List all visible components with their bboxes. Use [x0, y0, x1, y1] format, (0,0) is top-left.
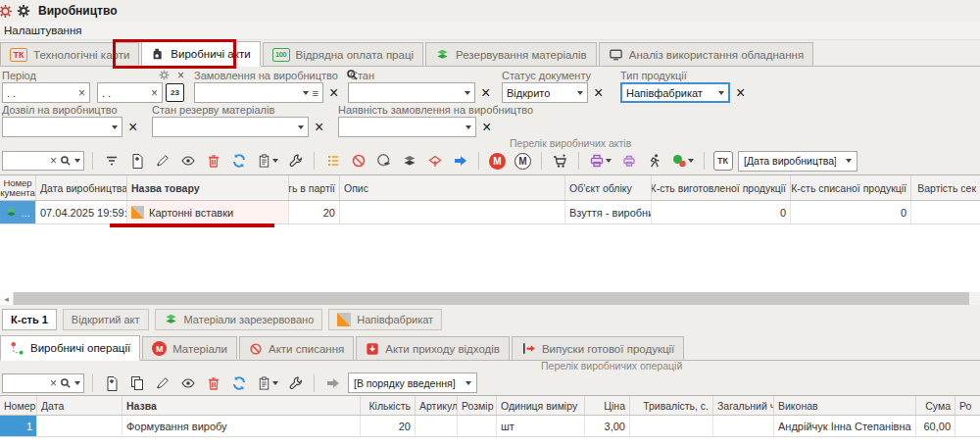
add-document-icon[interactable]	[126, 151, 147, 172]
column-header[interactable]: Артикул	[416, 396, 458, 415]
cell-qty[interactable]: 20	[361, 416, 416, 436]
cell-made-qty[interactable]: 0	[652, 201, 791, 224]
cell-sum[interactable]: 60,00	[916, 416, 956, 436]
clear-icon[interactable]: ×	[329, 85, 338, 101]
column-header[interactable]: Сума	[916, 396, 956, 415]
wrench-icon[interactable]	[285, 372, 306, 393]
calendar-icon[interactable]: 23	[166, 83, 184, 102]
prohibit-icon[interactable]	[348, 151, 368, 172]
edit-pencil-icon[interactable]	[152, 372, 172, 393]
tab-waste-income-acts[interactable]: Акти приходу відходів	[356, 336, 510, 360]
view-eye-icon[interactable]	[177, 151, 198, 172]
cell-operation-name[interactable]: Формування виробу	[122, 416, 361, 436]
column-header[interactable]: Ро	[956, 396, 980, 415]
column-header[interactable]: Дата	[37, 396, 122, 415]
tab-finished-products[interactable]: Випуски готової продукції	[512, 336, 684, 360]
ops-sort-dropdown[interactable]: [В порядку введення]	[348, 372, 477, 393]
refresh-icon[interactable]	[228, 151, 249, 172]
column-header[interactable]: Тривалість, с.	[630, 396, 713, 415]
tab-tech-cards[interactable]: ТК Технологічні карти	[0, 42, 139, 66]
cell-price[interactable]: 3,00	[585, 416, 630, 436]
cell-total-time[interactable]	[713, 416, 774, 436]
state-combo[interactable]	[348, 82, 475, 103]
column-header[interactable]: Кількість	[361, 396, 416, 415]
cell-extra[interactable]	[956, 416, 980, 436]
table-row[interactable]: ... 07.04.2025 19:59:17 Картонні вставки…	[0, 201, 980, 224]
cell-cost[interactable]	[911, 201, 980, 224]
cell-product-name[interactable]: Картонні вставки	[127, 201, 289, 224]
task-list-icon[interactable]	[322, 151, 343, 172]
column-header[interactable]: Виконав	[774, 396, 916, 415]
clear-icon[interactable]: ×	[78, 87, 85, 99]
delete-trash-icon[interactable]	[203, 151, 223, 172]
status-dots-icon[interactable]	[669, 151, 696, 172]
acts-sort-dropdown[interactable]: [Дата виробництва] (пр	[738, 151, 858, 172]
column-header[interactable]: Одиниця виміру	[497, 396, 585, 415]
view-eye-icon[interactable]	[177, 372, 198, 393]
scrollbar-thumb[interactable]	[14, 292, 969, 305]
clear-icon[interactable]: ×	[177, 70, 184, 81]
cell-description[interactable]	[340, 201, 565, 224]
tab-piecework-pay[interactable]: 100 Відрядна оплата праці	[263, 42, 423, 66]
period-from-input[interactable]: . .×	[2, 82, 90, 103]
cell-size[interactable]	[458, 416, 497, 436]
clipboard-icon[interactable]	[254, 151, 280, 172]
column-header[interactable]: Назва товару	[127, 175, 289, 200]
filter-gear-icon[interactable]	[159, 70, 170, 80]
forward-arrow-gray-icon[interactable]	[322, 372, 343, 393]
clipboard-icon[interactable]	[254, 372, 280, 393]
cell-account-object[interactable]: Взуття - виробниц...	[565, 201, 652, 224]
forward-arrow-icon[interactable]	[450, 151, 470, 172]
semiproduct-diamond-icon[interactable]	[424, 151, 445, 172]
has-order-combo[interactable]	[338, 117, 476, 137]
add-document-icon[interactable]	[101, 372, 122, 393]
column-header[interactable]: Номер кумента	[0, 175, 36, 200]
doc-status-combo[interactable]: Відкрито	[502, 82, 588, 103]
column-header[interactable]: Вартість сек	[911, 175, 980, 200]
tab-equipment-analysis[interactable]: Аналіз використання обладнання	[599, 42, 813, 66]
table-row[interactable]: 1 Формування виробу 20 шт 3,00 Андрійчук…	[0, 416, 980, 437]
order-combo[interactable]: ≡	[194, 82, 323, 103]
clear-icon[interactable]: ×	[594, 85, 603, 101]
column-header[interactable]: Об'єкт обліку	[565, 175, 652, 200]
row-status-cell[interactable]: ...	[0, 201, 36, 224]
horizontal-scrollbar[interactable]: ◂	[0, 292, 980, 305]
ops-search-input[interactable]: ×	[2, 373, 84, 393]
column-header[interactable]: Номер	[0, 396, 37, 415]
clear-icon[interactable]: ×	[482, 120, 491, 135]
scroll-left-icon[interactable]: ◂	[0, 292, 14, 305]
column-header[interactable]: К-сть виготовленої продукції	[652, 175, 791, 200]
column-header[interactable]: Ціна	[585, 396, 630, 415]
clear-icon[interactable]: ×	[50, 377, 57, 389]
column-header[interactable]: К-сть списаної продукції	[791, 175, 911, 200]
tk-icon[interactable]: ТК	[712, 151, 733, 172]
material-m-outline-icon[interactable]: M	[513, 151, 533, 172]
tab-production-acts[interactable]: Виробничі акти	[141, 41, 260, 67]
column-header[interactable]: Розмір	[458, 396, 497, 415]
tab-writeoff-acts[interactable]: Акти списання	[239, 336, 354, 360]
cell-performer[interactable]: Андрійчук Інна Степанівна	[774, 416, 916, 436]
clear-icon[interactable]: ×	[481, 85, 490, 101]
clear-icon[interactable]: ×	[128, 120, 137, 135]
product-type-combo[interactable]: Напівфабрикат	[620, 82, 730, 103]
cell-batch-qty[interactable]: 20	[289, 201, 340, 224]
edit-pencil-icon[interactable]	[152, 151, 172, 172]
cell-unit[interactable]: шт	[497, 416, 585, 436]
tab-material-reservation[interactable]: Резервування матеріалів	[425, 42, 597, 66]
wrench-icon[interactable]	[285, 151, 306, 172]
reserve-state-combo[interactable]	[152, 117, 309, 137]
clear-icon[interactable]: ×	[50, 155, 57, 167]
printer-alt-icon[interactable]	[618, 151, 639, 172]
cell-article[interactable]	[416, 416, 458, 436]
column-header[interactable]: Загальний час	[713, 396, 774, 415]
tab-materials[interactable]: M Матеріали	[142, 336, 237, 360]
copy-icon[interactable]	[126, 372, 147, 393]
list-select-icon[interactable]: ≡	[313, 87, 318, 99]
cart-icon[interactable]	[550, 151, 570, 172]
reserve-globe-icon[interactable]	[373, 151, 394, 172]
filter-icon[interactable]	[101, 151, 122, 172]
layers-icon[interactable]	[399, 151, 419, 172]
menu-settings[interactable]: Налаштування	[4, 25, 81, 36]
cell-date[interactable]: 07.04.2025 19:59:17	[36, 201, 127, 224]
cell-number[interactable]: 1	[0, 416, 37, 436]
